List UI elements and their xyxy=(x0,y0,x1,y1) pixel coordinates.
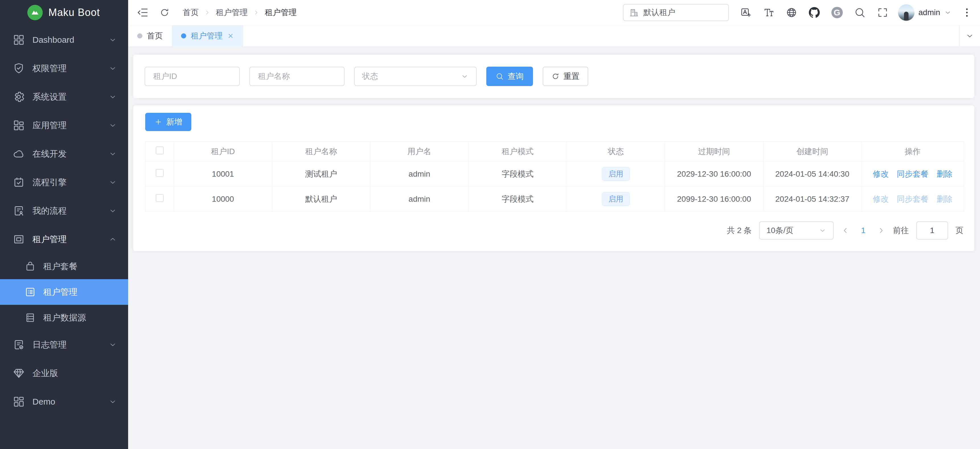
reset-button[interactable]: 重置 xyxy=(542,67,588,86)
tenant-select[interactable]: 默认租户 xyxy=(623,4,729,21)
query-button[interactable]: 查询 xyxy=(486,67,533,86)
document-user-icon xyxy=(13,205,25,217)
font-size-button[interactable] xyxy=(763,7,775,18)
bag-icon xyxy=(24,261,36,272)
tab-label: 租户管理 xyxy=(191,30,223,41)
add-button[interactable]: 新增 xyxy=(145,113,191,131)
search-form-card: 状态 查询 重置 xyxy=(133,55,974,98)
cell-status: 启用 xyxy=(567,161,665,187)
user-menu[interactable]: admin xyxy=(898,4,951,21)
goto-page-input[interactable] xyxy=(916,221,948,240)
sidebar-item-permissions[interactable]: 权限管理 xyxy=(0,54,128,83)
refresh-icon xyxy=(552,72,560,80)
settings-kebab-button[interactable] xyxy=(961,7,973,18)
sync-package-link[interactable]: 同步套餐 xyxy=(897,169,929,178)
chevron-right-icon xyxy=(253,9,260,16)
page-size-value: 10条/页 xyxy=(767,225,794,236)
edit-link[interactable]: 修改 xyxy=(873,195,889,203)
edit-link[interactable]: 修改 xyxy=(873,169,889,178)
refresh-button[interactable] xyxy=(159,7,170,18)
tenant-name-input[interactable] xyxy=(250,67,345,86)
prev-page-button[interactable] xyxy=(841,226,850,235)
tenant-id-input[interactable] xyxy=(145,67,240,86)
chevron-down-icon xyxy=(109,178,117,186)
tab-home[interactable]: 首页 xyxy=(128,26,172,46)
cell-expire-time: 2099-12-30 16:00:00 xyxy=(665,187,763,212)
status-badge[interactable]: 启用 xyxy=(602,192,630,206)
sidebar-item-label: 我的流程 xyxy=(32,205,101,217)
breadcrumb: 首页 租户管理 租户管理 xyxy=(183,7,297,18)
sidebar-item-my-workflow[interactable]: 我的流程 xyxy=(0,197,128,225)
sidebar-subitem-tenant-datasource[interactable]: 租户数据源 xyxy=(0,305,128,331)
sidebar-subitem-tenant-management[interactable]: 租户管理 xyxy=(0,279,128,305)
cloud-icon xyxy=(13,148,25,160)
chevron-down-icon xyxy=(109,121,117,129)
shield-check-icon xyxy=(13,62,25,75)
cell-expire-time: 2029-12-30 16:00:00 xyxy=(665,161,763,187)
tenant-table: 租户ID 租户名称 用户名 租户模式 状态 过期时间 创建时间 操作 10001 xyxy=(145,141,964,212)
page-number[interactable]: 1 xyxy=(857,226,870,235)
status-select[interactable]: 状态 xyxy=(354,67,477,86)
table-row: 10001 测试租户 admin 字段模式 启用 2029-12-30 16:0… xyxy=(145,161,964,187)
page-size-select[interactable]: 10条/页 xyxy=(759,221,834,240)
fullscreen-button[interactable] xyxy=(877,7,888,18)
cell-tenant-id: 10001 xyxy=(174,161,272,187)
sidebar-item-enterprise[interactable]: 企业版 xyxy=(0,359,128,387)
app-logo[interactable]: Maku Boot xyxy=(0,0,128,25)
language-button[interactable] xyxy=(786,7,797,18)
pagination-total: 共 2 条 xyxy=(727,225,752,236)
sidebar-subitem-label: 租户管理 xyxy=(43,286,78,298)
chevron-down-icon xyxy=(109,207,117,215)
table-row: 10000 默认租户 admin 字段模式 启用 2099-12-30 16:0… xyxy=(145,187,964,212)
breadcrumb-tenant[interactable]: 租户管理 xyxy=(216,7,248,18)
sidebar-item-system-settings[interactable]: 系统设置 xyxy=(0,83,128,111)
tab-dropdown-button[interactable] xyxy=(959,26,980,46)
sidebar-item-label: 在线开发 xyxy=(32,148,101,160)
table-card: 新增 租户ID 租户名称 用户名 租户模式 状态 过期时间 xyxy=(133,105,974,251)
next-page-button[interactable] xyxy=(877,226,886,235)
frame-icon xyxy=(13,233,25,246)
column-header: 租户ID xyxy=(174,142,272,161)
delete-link[interactable]: 删除 xyxy=(937,169,953,178)
select-all-checkbox[interactable] xyxy=(156,147,164,154)
close-icon[interactable] xyxy=(227,32,234,39)
gitee-button[interactable]: G xyxy=(831,7,843,18)
sidebar-item-tenant-management[interactable]: 租户管理 xyxy=(0,225,128,254)
delete-link[interactable]: 删除 xyxy=(937,195,953,203)
search-button[interactable] xyxy=(854,7,865,18)
translate-button[interactable] xyxy=(740,7,752,18)
page-content: 状态 查询 重置 新增 xyxy=(128,46,980,449)
sidebar-item-workflow-engine[interactable]: 流程引擎 xyxy=(0,168,128,197)
cell-username: admin xyxy=(371,161,469,187)
cell-mode: 字段模式 xyxy=(469,187,567,212)
row-checkbox[interactable] xyxy=(156,194,164,202)
github-button[interactable] xyxy=(808,7,820,18)
fold-sidebar-button[interactable] xyxy=(137,6,149,19)
sidebar-item-app-management[interactable]: 应用管理 xyxy=(0,111,128,140)
plus-icon xyxy=(154,118,162,126)
sidebar-submenu-tenant: 租户套餐 租户管理 租户数据源 xyxy=(0,254,128,331)
sidebar-item-online-dev[interactable]: 在线开发 xyxy=(0,140,128,168)
chevron-down-icon xyxy=(109,398,117,406)
row-checkbox[interactable] xyxy=(156,169,164,177)
tab-bar-spacer xyxy=(243,26,959,46)
column-header: 操作 xyxy=(862,142,964,161)
search-icon xyxy=(496,72,504,80)
sidebar-item-dashboard[interactable]: Dashboard xyxy=(0,26,128,54)
fullscreen-icon xyxy=(877,7,888,18)
sync-package-link[interactable]: 同步套餐 xyxy=(897,195,929,203)
sidebar-item-log-management[interactable]: 日志管理 xyxy=(0,331,128,359)
building-icon xyxy=(629,8,639,18)
tab-tenant-management[interactable]: 租户管理 xyxy=(172,26,243,46)
chevron-down-icon xyxy=(109,93,117,101)
sidebar-item-label: 日志管理 xyxy=(32,339,101,351)
tab-label: 首页 xyxy=(147,30,163,41)
sidebar-subitem-tenant-package[interactable]: 租户套餐 xyxy=(0,254,128,279)
cell-username: admin xyxy=(371,187,469,212)
sidebar-item-demo[interactable]: Demo xyxy=(0,387,128,416)
cell-create-time: 2024-01-05 14:40:30 xyxy=(763,161,862,187)
chevron-down-icon xyxy=(966,32,974,40)
sidebar: Maku Boot Dashboard 权限管理 系统设置 应用管理 在线开发 xyxy=(0,0,128,449)
status-badge[interactable]: 启用 xyxy=(602,167,630,181)
breadcrumb-home[interactable]: 首页 xyxy=(183,7,199,18)
